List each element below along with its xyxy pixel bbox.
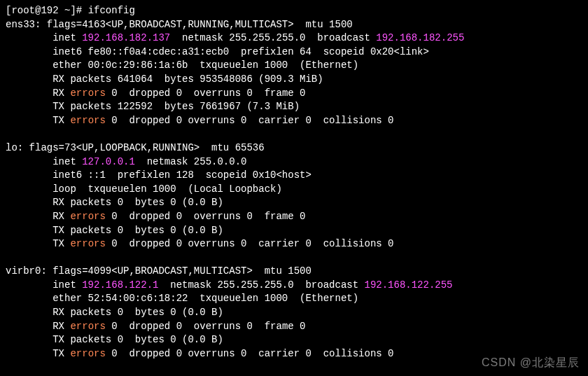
- lo-tx-packets: TX packets 0 bytes 0 (0.0 B): [6, 224, 582, 238]
- errors-label: errors: [70, 115, 105, 126]
- blank-line: [6, 127, 582, 141]
- ens33-rx-errors: RX errors 0 dropped 0 overruns 0 frame 0: [6, 87, 582, 101]
- ens33-rx-packets: RX packets 641064 bytes 953548086 (909.3…: [6, 73, 582, 87]
- virbr0-inet: inet 192.168.122.1 netmask 255.255.255.0…: [6, 279, 582, 293]
- terminal-output: [root@192 ~]# ifconfig ens33: flags=4163…: [6, 4, 582, 361]
- lo-header: lo: flags=73<UP,LOOPBACK,RUNNING> mtu 65…: [6, 141, 582, 155]
- lo-rx-packets: RX packets 0 bytes 0 (0.0 B): [6, 196, 582, 210]
- virbr0-ether: ether 52:54:00:c6:18:22 txqueuelen 1000 …: [6, 292, 582, 306]
- ens33-tx-errors: TX errors 0 dropped 0 overruns 0 carrier…: [6, 114, 582, 128]
- ens33-tx-packets: TX packets 122592 bytes 7661967 (7.3 MiB…: [6, 100, 582, 114]
- ens33-inet: inet 192.168.182.137 netmask 255.255.255…: [6, 32, 582, 46]
- lo-inet6: inet6 ::1 prefixlen 128 scopeid 0x10<hos…: [6, 169, 582, 183]
- ens33-inet6: inet6 fe80::f0a4:cdec:a31:ecb0 prefixlen…: [6, 46, 582, 60]
- errors-label: errors: [70, 211, 105, 222]
- shell-prompt: [root@192 ~]#: [6, 5, 88, 16]
- lo-tx-errors: TX errors 0 dropped 0 overruns 0 carrier…: [6, 237, 582, 251]
- virbr0-tx-packets: TX packets 0 bytes 0 (0.0 B): [6, 333, 582, 347]
- virbr0-rx-packets: RX packets 0 bytes 0 (0.0 B): [6, 306, 582, 320]
- virbr0-broadcast: 192.168.122.255: [365, 279, 453, 291]
- errors-label: errors: [70, 88, 105, 99]
- virbr0-ip: 192.168.122.1: [82, 279, 158, 291]
- ens33-ether: ether 00:0c:29:86:1a:6b txqueuelen 1000 …: [6, 59, 582, 73]
- errors-label: errors: [70, 321, 105, 332]
- lo-inet: inet 127.0.0.1 netmask 255.0.0.0: [6, 155, 582, 169]
- ens33-header: ens33: flags=4163<UP,BROADCAST,RUNNING,M…: [6, 18, 582, 32]
- lo-rx-errors: RX errors 0 dropped 0 overruns 0 frame 0: [6, 210, 582, 224]
- errors-label: errors: [70, 238, 105, 249]
- lo-loop: loop txqueuelen 1000 (Local Loopback): [6, 183, 582, 197]
- virbr0-rx-errors: RX errors 0 dropped 0 overruns 0 frame 0: [6, 320, 582, 334]
- virbr0-header: virbr0: flags=4099<UP,BROADCAST,MULTICAS…: [6, 265, 582, 279]
- command-text: ifconfig: [88, 5, 135, 16]
- shell-prompt-line[interactable]: [root@192 ~]# ifconfig: [6, 4, 582, 18]
- ens33-ip: 192.168.182.137: [82, 32, 170, 43]
- lo-ip: 127.0.0.1: [82, 156, 135, 167]
- blank-line: [6, 251, 582, 265]
- virbr0-tx-errors: TX errors 0 dropped 0 overruns 0 carrier…: [6, 347, 582, 361]
- ens33-broadcast: 192.168.182.255: [376, 32, 464, 43]
- errors-label: errors: [70, 348, 105, 359]
